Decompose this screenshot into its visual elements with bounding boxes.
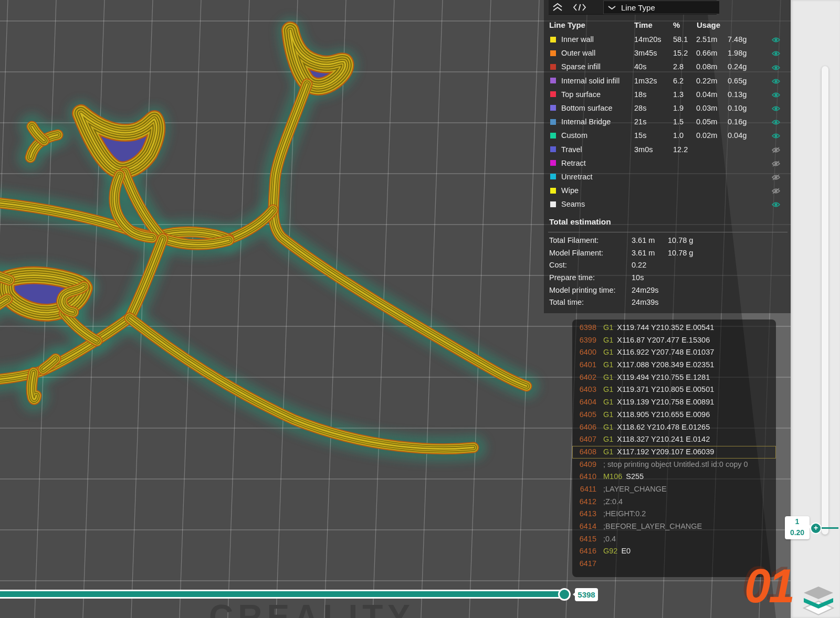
gcode-token: G1 [603, 435, 613, 443]
gcode-token: G1 [603, 385, 613, 393]
gcode-line[interactable]: 6413;HEIGHT:0.2 [572, 508, 776, 520]
gcode-line[interactable]: 6412;Z:0.4 [572, 496, 776, 508]
header-usage: Usage [697, 19, 720, 31]
gcode-line[interactable]: 6402G1X119.494 Y210.755 E.1281 [572, 371, 776, 384]
line-type-weight: 0.24g [728, 60, 747, 73]
gcode-token: ;HEIGHT:0.2 [603, 509, 646, 518]
line-type-swatch [550, 160, 556, 166]
line-type-label: Custom [561, 129, 587, 142]
divider [548, 232, 788, 232]
visibility-toggle[interactable] [770, 60, 782, 73]
gcode-line[interactable]: 6410M106S255 [572, 471, 776, 483]
gcode-token: G1 [603, 447, 613, 456]
visibility-eye-icon [772, 37, 780, 43]
gcode-token: S255 [626, 472, 644, 481]
line-type-row: Wipe [544, 184, 791, 197]
line-type-time: 15s [634, 129, 646, 142]
line-type-weight: 1.98g [728, 46, 747, 60]
visibility-toggle[interactable] [770, 46, 782, 60]
move-progress-value-badge: 5398 [575, 588, 598, 601]
visibility-eye-off-icon [772, 147, 780, 153]
gcode-line-number: 6413 [575, 508, 596, 520]
line-type-percent: 2.8 [673, 60, 684, 73]
gcode-line[interactable]: 6411;LAYER_CHANGE [572, 483, 776, 496]
gcode-line[interactable]: 6415;0.4 [572, 533, 776, 546]
layer-slider-handle[interactable]: + [810, 523, 822, 534]
gcode-line[interactable]: 6407G1X118.327 Y210.241 E.0142 [572, 433, 776, 446]
gcode-line[interactable]: 6401G1X117.088 Y208.349 E.02351 [572, 359, 776, 371]
line-type-length: 0.02m [696, 129, 717, 142]
line-type-percent: 1.0 [673, 129, 684, 142]
visibility-toggle[interactable] [770, 33, 782, 46]
preview-toolbar: Line Type [549, 0, 717, 15]
visibility-eye-icon [772, 50, 780, 57]
estimation-value-2: 10.78 g [668, 247, 693, 260]
gcode-line[interactable]: 6403G1X119.371 Y210.805 E.00501 [572, 383, 776, 396]
line-type-weight: 0.16g [728, 115, 747, 129]
line-type-length: 0.22m [696, 74, 717, 88]
line-type-time: 3m45s [634, 46, 657, 60]
visibility-eye-icon [772, 119, 780, 125]
line-type-label: Internal solid infill [561, 74, 620, 88]
line-type-weight: 0.10g [728, 101, 747, 115]
line-type-swatch [550, 37, 556, 42]
layer-value-badge: 1 0.20 [785, 516, 810, 539]
slicer-preview-window: CREALITY L [0, 0, 840, 618]
visibility-toggle[interactable] [770, 129, 782, 142]
line-type-row: Bottom surface28s1.90.03m0.10g [544, 101, 791, 115]
move-progress-slider-track[interactable] [0, 590, 566, 599]
code-icon [573, 3, 586, 12]
visibility-toggle[interactable] [770, 184, 782, 197]
line-type-percent: 6.2 [673, 74, 684, 88]
estimation-value: 0.22 [632, 259, 646, 272]
gcode-line-number: 6408 [575, 446, 596, 459]
gcode-viewer-toggle-button[interactable] [571, 1, 589, 14]
visibility-toggle[interactable] [770, 74, 782, 88]
estimation-row: Model Filament:3.61 m10.78 g [544, 247, 791, 260]
visibility-toggle[interactable] [770, 101, 782, 115]
gcode-token: X118.905 Y210.655 E.0096 [617, 410, 710, 419]
gcode-line[interactable]: 6414;BEFORE_LAYER_CHANGE [572, 520, 776, 533]
plate-number-label: 01 [744, 562, 793, 610]
gcode-token: X119.744 Y210.352 E.00541 [617, 323, 714, 332]
gcode-line[interactable]: 6409; stop printing object Untitled.stl … [572, 459, 776, 471]
line-type-row: Sparse infill40s2.80.08m0.24g [544, 60, 791, 73]
visibility-toggle[interactable] [770, 115, 782, 129]
gcode-line[interactable]: 6404G1X119.139 Y210.758 E.00891 [572, 396, 776, 409]
gcode-line[interactable]: 6399G1X116.87 Y207.477 E.15306 [572, 334, 776, 347]
line-type-swatch [550, 146, 556, 152]
move-progress-slider-handle[interactable] [558, 588, 571, 601]
gcode-token: X119.139 Y210.758 E.00891 [617, 398, 714, 406]
gcode-line-number: 6412 [575, 496, 596, 508]
visibility-toggle[interactable] [770, 156, 782, 170]
line-type-row: Retract [544, 156, 791, 170]
layer-slider-track[interactable] [822, 66, 828, 535]
gcode-line[interactable]: 6398G1X119.744 Y210.352 E.00541 [572, 322, 776, 334]
gcode-line-number: 6400 [575, 346, 596, 359]
line-type-time: 1m32s [634, 74, 657, 88]
collapse-panel-button[interactable] [549, 1, 566, 14]
estimation-value-2: 10.78 g [668, 235, 693, 247]
color-scheme-dropdown[interactable]: Line Type [603, 1, 720, 14]
gcode-line[interactable]: 6406G1X118.62 Y210.478 E.01265 [572, 421, 776, 434]
visibility-toggle[interactable] [770, 143, 782, 156]
gcode-line[interactable]: 6416G92E0 [572, 545, 776, 558]
gcode-line[interactable]: 6408G1X117.192 Y209.107 E.06039 [572, 446, 776, 459]
visibility-toggle[interactable] [770, 197, 782, 211]
estimation-value: 3.61 m [632, 235, 655, 247]
line-type-length: 0.05m [696, 115, 717, 129]
line-type-swatch [550, 64, 556, 70]
visibility-toggle[interactable] [770, 88, 782, 101]
total-estimation-title: Total estimation [549, 217, 611, 227]
gcode-token: ;Z:0.4 [603, 497, 623, 506]
line-type-label: Wipe [561, 184, 579, 197]
gcode-line[interactable]: 6405G1X118.905 Y210.655 E.0096 [572, 409, 776, 421]
layers-stack-icon[interactable] [800, 582, 837, 617]
gcode-token: ;BEFORE_LAYER_CHANGE [603, 522, 702, 530]
gcode-token: G1 [603, 348, 613, 356]
visibility-eye-icon [772, 105, 780, 112]
gcode-line[interactable]: 6400G1X116.922 Y207.748 E.01037 [572, 346, 776, 359]
plate-watermark: CREALITY [209, 598, 415, 618]
visibility-toggle[interactable] [770, 170, 782, 184]
gcode-line-number: 6402 [575, 371, 596, 384]
